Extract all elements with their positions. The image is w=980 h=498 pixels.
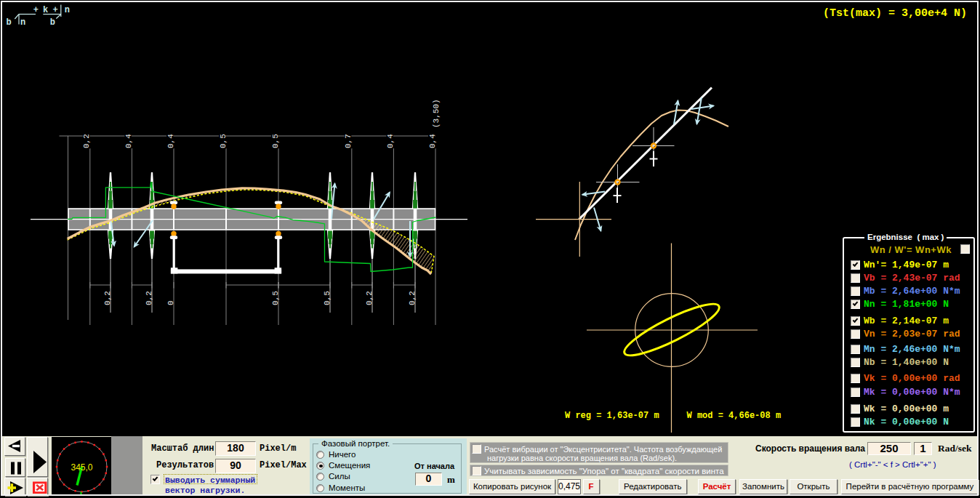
svg-text:0,5: 0,5 [271, 291, 280, 305]
svg-text:b: b [7, 17, 12, 28]
svg-text:0,2: 0,2 [82, 134, 91, 148]
svg-text:(3,50): (3,50) [432, 99, 441, 128]
svg-text:n: n [65, 5, 70, 15]
svg-text:(Tst(max) = 3,00e+4 N): (Tst(max) = 3,00e+4 N) [823, 7, 967, 20]
svg-text:0,4: 0,4 [124, 134, 133, 148]
svg-text:0,4: 0,4 [386, 134, 395, 148]
svg-text:0,4: 0,4 [428, 134, 437, 148]
svg-text:W reg = 1,63e-07 m: W reg = 1,63e-07 m [565, 411, 659, 421]
svg-text:0,2: 0,2 [408, 291, 417, 305]
svg-text:n: n [20, 17, 25, 28]
svg-text:0,2: 0,2 [145, 291, 153, 305]
svg-text:0,5: 0,5 [323, 291, 332, 305]
svg-text:345,0: 345,0 [71, 462, 92, 473]
svg-text:0: 0 [166, 300, 175, 305]
svg-text:0,7: 0,7 [344, 134, 353, 148]
svg-text:0,5: 0,5 [219, 134, 228, 148]
svg-text:0,2: 0,2 [365, 291, 374, 305]
svg-text:b: b [50, 17, 55, 28]
svg-text:0,5: 0,5 [271, 134, 280, 148]
svg-text:W mod = 4,66e-08 m: W mod = 4,66e-08 m [687, 411, 782, 421]
svg-text:0,4: 0,4 [166, 134, 175, 148]
svg-text:0,2: 0,2 [103, 291, 112, 305]
